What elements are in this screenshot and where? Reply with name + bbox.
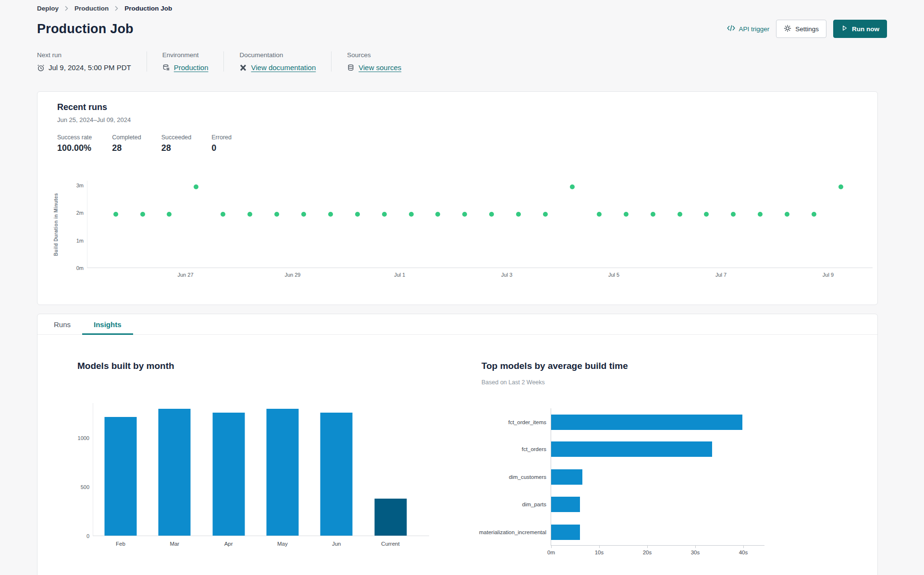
breadcrumb-deploy[interactable]: Deploy bbox=[37, 5, 59, 12]
stat-succeeded: Succeeded 28 bbox=[161, 134, 192, 153]
info-documentation: Documentation View documentation bbox=[224, 51, 332, 72]
run-dot[interactable] bbox=[167, 212, 172, 217]
bar-x-tick-label: Feb bbox=[116, 541, 125, 547]
run-stats: Success rate 100.00% Completed 28 Succee… bbox=[57, 134, 232, 153]
month-bar[interactable] bbox=[374, 499, 407, 536]
bar-y-tick-label: 500 bbox=[72, 484, 89, 490]
hbar-axis-tick bbox=[551, 546, 552, 548]
run-dot[interactable] bbox=[704, 212, 709, 217]
run-now-label: Run now bbox=[852, 25, 879, 33]
run-dot[interactable] bbox=[624, 212, 628, 217]
scatter-y-tick-label: 0m bbox=[68, 265, 84, 271]
next-run-label: Next run bbox=[37, 51, 131, 59]
run-dot[interactable] bbox=[462, 212, 467, 217]
top-models-plot: fct_order_itemsfct_ordersdim_customersdi… bbox=[551, 408, 764, 546]
hbar-axis-tick bbox=[743, 546, 744, 548]
bar-x-tick-label: Current bbox=[381, 541, 399, 547]
run-dot[interactable] bbox=[328, 212, 333, 217]
tab-runs[interactable]: Runs bbox=[42, 314, 82, 334]
run-dot[interactable] bbox=[409, 212, 414, 217]
breadcrumb-production[interactable]: Production bbox=[74, 5, 109, 12]
settings-button[interactable]: Settings bbox=[776, 20, 826, 38]
run-dot[interactable] bbox=[516, 212, 521, 217]
run-dot[interactable] bbox=[812, 212, 816, 217]
next-run-value: Jul 9, 2024, 5:00 PM PDT bbox=[49, 63, 131, 72]
scatter-x-tick-label: Jul 5 bbox=[608, 272, 619, 278]
dbt-docs-icon bbox=[239, 64, 247, 72]
play-icon bbox=[841, 24, 848, 33]
api-trigger-link[interactable]: API trigger bbox=[727, 25, 769, 33]
bar-x-tick-label: Apr bbox=[224, 541, 233, 547]
top-models-title: Top models by average build time bbox=[481, 361, 628, 371]
bar-y-tick-label: 0 bbox=[72, 533, 89, 539]
page-header: Deploy Production Production Job Product… bbox=[0, 0, 924, 72]
view-sources-link[interactable]: View sources bbox=[358, 63, 401, 72]
environment-link[interactable]: Production bbox=[174, 63, 209, 72]
run-dot[interactable] bbox=[651, 212, 655, 217]
info-sources: Sources View sources bbox=[332, 51, 417, 72]
bar-x-tick-label: May bbox=[277, 541, 288, 547]
run-dot[interactable] bbox=[140, 212, 145, 217]
run-dot[interactable] bbox=[382, 212, 387, 217]
recent-runs-title: Recent runs bbox=[57, 102, 107, 112]
job-info-row: Next run Jul 9, 2024, 5:00 PM PDT Enviro… bbox=[37, 51, 887, 72]
run-dot[interactable] bbox=[678, 212, 682, 217]
hbar-axis-tick bbox=[647, 546, 648, 548]
recent-runs-date-range: Jun 25, 2024–Jul 09, 2024 bbox=[57, 116, 131, 123]
view-documentation-link[interactable]: View documentation bbox=[251, 63, 316, 72]
tab-insights[interactable]: Insights bbox=[82, 314, 133, 334]
scatter-x-tick-label: Jun 27 bbox=[177, 272, 193, 278]
month-bar[interactable] bbox=[320, 413, 353, 536]
run-dot[interactable] bbox=[221, 212, 225, 217]
run-dot[interactable] bbox=[489, 212, 494, 217]
scatter-y-tick-label: 2m bbox=[68, 210, 84, 216]
stat-success-rate: Success rate 100.00% bbox=[57, 134, 92, 153]
month-bar[interactable] bbox=[266, 409, 298, 536]
run-dot[interactable] bbox=[543, 212, 548, 217]
info-environment: Environment Production bbox=[147, 51, 224, 72]
page-title: Production Job bbox=[37, 22, 134, 37]
model-bar[interactable] bbox=[551, 525, 580, 540]
run-dot[interactable] bbox=[435, 212, 440, 217]
hbar-x-tick-label: 20s bbox=[643, 550, 652, 555]
run-dot[interactable] bbox=[113, 212, 118, 217]
run-dot[interactable] bbox=[570, 184, 575, 189]
hbar-x-tick-label: 40s bbox=[739, 550, 748, 555]
run-dot[interactable] bbox=[274, 212, 279, 217]
scatter-x-tick-label: Jun 29 bbox=[284, 272, 300, 278]
month-bar[interactable] bbox=[212, 413, 245, 536]
model-label: fct_orders bbox=[522, 446, 546, 452]
stat-completed: Completed 28 bbox=[112, 134, 141, 153]
model-bar[interactable] bbox=[551, 497, 580, 512]
chevron-right-icon bbox=[115, 6, 118, 11]
model-bar[interactable] bbox=[551, 469, 582, 485]
run-dot[interactable] bbox=[785, 212, 789, 217]
scatter-x-tick-label: Jul 7 bbox=[715, 272, 727, 278]
stat-errored: Errored 0 bbox=[211, 134, 232, 153]
run-dot[interactable] bbox=[301, 212, 306, 217]
month-bar[interactable] bbox=[105, 417, 137, 536]
chevron-right-icon bbox=[65, 6, 68, 11]
job-page: Deploy Production Production Job Product… bbox=[0, 0, 924, 575]
model-label: fct_order_items bbox=[508, 419, 546, 425]
month-bar[interactable] bbox=[159, 409, 191, 536]
run-dot[interactable] bbox=[597, 212, 602, 217]
breadcrumb-production-job: Production Job bbox=[124, 5, 172, 12]
environment-icon bbox=[162, 64, 170, 72]
run-now-button[interactable]: Run now bbox=[833, 20, 887, 38]
hbar-axis-tick bbox=[599, 546, 600, 548]
hbar-x-tick-label: 30s bbox=[691, 550, 700, 555]
run-dot[interactable] bbox=[355, 212, 360, 217]
run-dot[interactable] bbox=[194, 184, 198, 189]
build-duration-plot: 3m2m1m0mJun 27Jun 29Jul 1Jul 3Jul 5Jul 7… bbox=[87, 181, 873, 268]
top-models-subtitle: Based on Last 2 Weeks bbox=[481, 379, 545, 386]
run-dot[interactable] bbox=[247, 212, 252, 217]
recent-runs-card: Recent runs Jun 25, 2024–Jul 09, 2024 Su… bbox=[37, 91, 878, 305]
model-bar[interactable] bbox=[551, 415, 742, 430]
run-dot[interactable] bbox=[838, 184, 843, 189]
model-bar[interactable] bbox=[551, 441, 712, 457]
run-dot[interactable] bbox=[731, 212, 736, 217]
run-dot[interactable] bbox=[758, 212, 763, 217]
hbar-x-tick-label: 0m bbox=[547, 550, 555, 555]
model-label: dim_customers bbox=[509, 474, 546, 480]
